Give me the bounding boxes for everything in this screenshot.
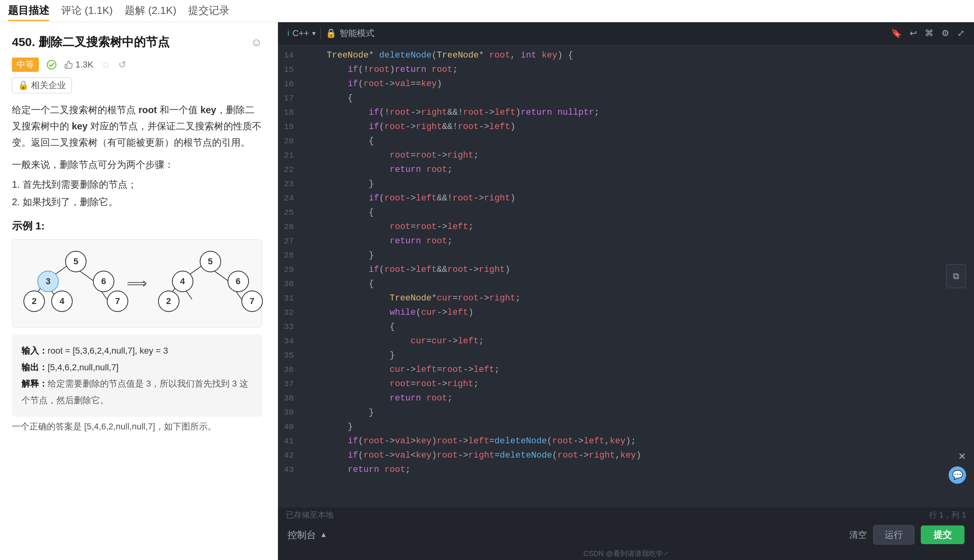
code-line-19: 19 if(root->right&&!root->left) [278, 120, 974, 134]
line-number: 36 [278, 363, 302, 377]
line-content: if(root->right&&!root->left) [302, 120, 974, 134]
explain-text: 给定需要删除的节点值是 3，所以我们首先找到 3 这个节点，然后删除它。 [21, 379, 248, 405]
line-number: 17 [278, 91, 302, 106]
clear-button[interactable]: 清空 [849, 529, 867, 541]
run-button[interactable]: 运行 [873, 525, 914, 545]
lock-icon-company: 🔒 [18, 80, 29, 90]
line-number: 23 [278, 177, 302, 191]
like-icon[interactable]: 1.3K [64, 60, 93, 70]
left-panel: 450. 删除二叉搜索树中的节点 ☺ 中等 1.3K ☆ ↺ [0, 22, 278, 560]
problem-number: 450. [12, 35, 35, 48]
line-number: 19 [278, 120, 302, 134]
node-4-right: 4 [172, 271, 193, 292]
line-content: TreeNode* deleteNode(TreeNode* root, int… [302, 48, 974, 63]
star-icon[interactable]: ☆ [101, 59, 110, 71]
expand-icon[interactable]: ⤢ [957, 28, 964, 38]
lang-dropdown-icon[interactable]: ▾ [312, 29, 316, 38]
tab-submissions[interactable]: 提交记录 [188, 1, 230, 21]
code-line-16: 16 if(root->val==key) [278, 77, 974, 91]
line-number: 34 [278, 334, 302, 348]
svg-point-0 [47, 60, 56, 69]
line-number: 33 [278, 320, 302, 334]
code-line-43: 43 return root; [278, 463, 974, 477]
close-x-icon[interactable]: ✕ [958, 451, 966, 462]
code-line-20: 20 { [278, 134, 974, 148]
node-6-right: 6 [228, 271, 249, 292]
code-line-38: 38 return root; [278, 391, 974, 406]
input-val: root = [5,3,6,2,4,null,7], key = 3 [48, 346, 168, 356]
console-label: 控制台 [287, 529, 316, 541]
line-number: 37 [278, 377, 302, 391]
step-2: 2. 如果找到了，删除它。 [12, 193, 262, 210]
code-line-25: 25 { [278, 206, 974, 220]
tab-comments[interactable]: 评论 (1.1K) [61, 1, 113, 21]
node-2-right: 2 [158, 291, 179, 312]
console-chevron-icon[interactable]: ▲ [320, 531, 327, 539]
line-number: 39 [278, 406, 302, 420]
line-content: } [302, 248, 974, 263]
company-tag-label: 相关企业 [31, 79, 66, 91]
refresh-icon[interactable]: ↺ [118, 59, 126, 70]
line-content: if(root->left&&!root->right) [302, 191, 974, 206]
line-content: } [302, 348, 974, 363]
editor-topbar: i C++ ▾ 🔒 智能模式 🔖 ↩ ⌘ ⚙ ⤢ [278, 22, 974, 44]
line-number: 28 [278, 248, 302, 263]
right-panel: i C++ ▾ 🔒 智能模式 🔖 ↩ ⌘ ⚙ ⤢ ⧉ [278, 22, 974, 560]
code-area: ⧉ 14 TreeNode* deleteNode(TreeNode* root… [278, 44, 974, 508]
line-content: cur=cur->left; [302, 334, 974, 348]
tab-description[interactable]: 题目描述 [8, 1, 49, 21]
line-number: 18 [278, 106, 302, 120]
line-content: { [302, 206, 974, 220]
steps-intro: 一般来说，删除节点可分为两个步骤： [12, 158, 262, 171]
line-number: 42 [278, 448, 302, 463]
console-left: 控制台 ▲ [287, 529, 327, 541]
node-2-left: 2 [23, 291, 45, 312]
line-number: 25 [278, 206, 302, 220]
bookmark-icon[interactable]: 🔖 [891, 28, 902, 38]
line-content: return root; [302, 163, 974, 177]
line-content: { [302, 91, 974, 106]
line-content: if(root->val==key) [302, 77, 974, 91]
explain-label: 解释： [21, 379, 48, 389]
code-line-22: 22 return root; [278, 163, 974, 177]
line-number: 26 [278, 220, 302, 234]
code-line-42: 42 if(root->val<key)root->right=deleteNo… [278, 448, 974, 463]
chat-icon[interactable]: 💬 [949, 466, 966, 484]
position-label: 行 1，列 1 [929, 510, 966, 520]
code-line-30: 30 { [278, 277, 974, 291]
line-number: 22 [278, 163, 302, 177]
code-line-37: 37 root=root->right; [278, 377, 974, 391]
language-selector[interactable]: i C++ ▾ [287, 28, 316, 38]
line-number: 31 [278, 291, 302, 306]
company-tag[interactable]: 🔒 相关企业 [12, 77, 72, 93]
tree-left: 5 3 6 2 4 7 [20, 250, 119, 317]
line-number: 41 [278, 434, 302, 448]
line-number: 38 [278, 391, 302, 406]
example-title: 示例 1: [12, 219, 262, 233]
smiley-icon[interactable]: ☺ [251, 36, 262, 49]
code-line-17: 17 { [278, 91, 974, 106]
code-line-29: 29 if(root->left&&root->right) [278, 263, 974, 277]
submit-button[interactable]: 提交 [921, 525, 964, 544]
line-content: } [302, 406, 974, 420]
arrow-section: ⟹ [119, 275, 154, 292]
line-number: 30 [278, 277, 302, 291]
line-number: 29 [278, 263, 302, 277]
language-label: C++ [292, 28, 309, 38]
tab-solutions[interactable]: 题解 (2.1K) [125, 1, 176, 21]
copy-icon[interactable]: ⧉ [946, 264, 966, 288]
node-7-left: 7 [107, 291, 128, 312]
undo-icon[interactable]: ↩ [910, 28, 917, 38]
code-line-27: 27 return root; [278, 234, 974, 248]
command-icon[interactable]: ⌘ [925, 28, 933, 38]
line-content: if(!root->right&&!root->left)return null… [302, 106, 974, 120]
line-content: { [302, 277, 974, 291]
tree-right: 5 4 6 2 7 [155, 250, 254, 317]
line-content: while(cur->left) [302, 306, 974, 320]
line-content: if(root->left&&root->right) [302, 263, 974, 277]
check-icon [47, 60, 56, 69]
line-number: 15 [278, 63, 302, 77]
example-io: 输入：root = [5,3,6,2,4,null,7], key = 3 输出… [12, 335, 262, 417]
ai-mode-selector[interactable]: 🔒 智能模式 [326, 27, 374, 39]
settings-icon[interactable]: ⚙ [941, 28, 949, 38]
